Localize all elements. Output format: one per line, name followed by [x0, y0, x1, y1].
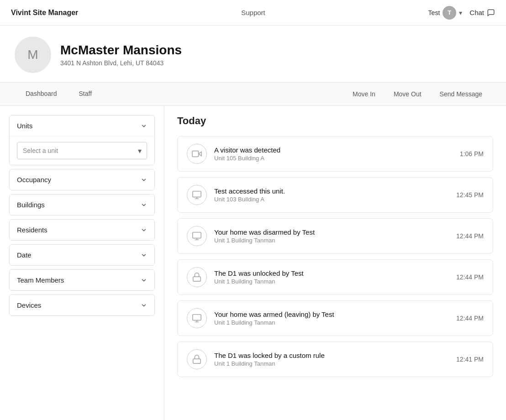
- event-subtitle: Unit 103 Building A: [214, 196, 449, 203]
- filter-team-members: Team Members: [9, 269, 155, 291]
- lock-icon: [187, 267, 207, 287]
- event-card: The D1 was locked by a custom rule Unit …: [177, 341, 493, 377]
- event-subtitle: Unit 1 Building Tanman: [214, 237, 449, 244]
- filter-date: Date: [9, 244, 155, 266]
- unit-select[interactable]: Select a unit: [17, 142, 147, 159]
- svg-rect-1: [192, 151, 199, 157]
- event-card: Test accessed this unit. Unit 103 Buildi…: [177, 177, 493, 213]
- event-title: Test accessed this unit.: [214, 187, 449, 195]
- filter-date-label: Date: [17, 251, 32, 259]
- filter-team-members-chevron-icon: [141, 277, 147, 284]
- move-in-button[interactable]: Move In: [343, 83, 385, 105]
- filter-devices: Devices: [9, 294, 155, 316]
- event-content: Your home was disarmed by Test Unit 1 Bu…: [214, 228, 449, 244]
- user-chevron-icon: ▾: [459, 9, 462, 16]
- svg-marker-0: [199, 152, 201, 156]
- chat-button[interactable]: Chat: [469, 9, 495, 17]
- event-title: The D1 was unlocked by Test: [214, 269, 449, 277]
- event-content: A visitor was detected Unit 105 Building…: [214, 146, 453, 162]
- filter-units-header[interactable]: Units: [10, 116, 154, 136]
- filter-residents-header[interactable]: Residents: [10, 220, 154, 240]
- main-content: Units Select a unit Occupancy: [0, 106, 506, 420]
- event-subtitle: Unit 1 Building Tanman: [214, 319, 449, 326]
- filter-buildings-header[interactable]: Buildings: [10, 194, 154, 215]
- sub-nav-right: Move In Move Out Send Message: [343, 83, 491, 105]
- filter-occupancy: Occupancy: [9, 169, 155, 190]
- lock-icon: [187, 349, 207, 369]
- filter-units-body: Select a unit: [10, 136, 154, 165]
- app-title: Vivint Site Manager: [11, 9, 78, 17]
- event-title: A visitor was detected: [214, 146, 453, 154]
- user-name: Test: [428, 9, 440, 16]
- user-menu[interactable]: Test T ▾: [428, 6, 463, 20]
- filter-buildings-label: Buildings: [17, 201, 45, 209]
- event-title: Your home was disarmed by Test: [214, 228, 449, 236]
- property-header: M McMaster Mansions 3401 N Ashton Blvd, …: [0, 26, 506, 82]
- event-card: The D1 was unlocked by Test Unit 1 Build…: [177, 259, 493, 295]
- event-card: Your home was disarmed by Test Unit 1 Bu…: [177, 218, 493, 254]
- sub-nav-left: Dashboard Staff: [15, 83, 103, 105]
- chat-label: Chat: [469, 9, 484, 16]
- send-message-button[interactable]: Send Message: [431, 83, 491, 105]
- chat-icon: [487, 9, 495, 17]
- user-avatar: T: [443, 6, 456, 20]
- event-content: Your home was armed (leaving) by Test Un…: [214, 310, 449, 326]
- panel-icon: [187, 308, 207, 328]
- svg-rect-5: [193, 232, 201, 238]
- sidebar: Units Select a unit Occupancy: [0, 106, 164, 420]
- event-title: The D1 was locked by a custom rule: [214, 352, 449, 359]
- filter-occupancy-chevron-icon: [141, 177, 147, 183]
- filter-residents-label: Residents: [17, 226, 47, 234]
- camera-icon: [187, 144, 207, 164]
- property-address: 3401 N Ashton Blvd, Lehi, UT 84043: [60, 59, 182, 67]
- property-info: McMaster Mansions 3401 N Ashton Blvd, Le…: [60, 43, 182, 67]
- panel-icon: [187, 185, 207, 205]
- activity-feed: Today A visitor was detected Unit 105 Bu…: [164, 106, 506, 420]
- svg-rect-9: [193, 315, 201, 320]
- filter-residents-chevron-icon: [141, 227, 147, 233]
- feed-title: Today: [177, 115, 493, 127]
- filter-team-members-label: Team Members: [17, 276, 64, 284]
- panel-icon: [187, 226, 207, 246]
- event-time: 12:45 PM: [456, 191, 484, 199]
- filter-occupancy-label: Occupancy: [17, 176, 51, 184]
- sub-navigation: Dashboard Staff Move In Move Out Send Me…: [0, 82, 506, 106]
- property-avatar: M: [15, 37, 51, 73]
- event-content: Test accessed this unit. Unit 103 Buildi…: [214, 187, 449, 203]
- event-subtitle: Unit 1 Building Tanman: [214, 278, 449, 285]
- top-navigation: Vivint Site Manager Support Test T ▾ Cha…: [0, 0, 506, 26]
- move-out-button[interactable]: Move Out: [385, 83, 431, 105]
- event-content: The D1 was locked by a custom rule Unit …: [214, 352, 449, 367]
- filter-date-chevron-icon: [141, 252, 147, 258]
- filter-units-chevron-icon: [141, 123, 147, 129]
- filter-devices-label: Devices: [17, 301, 41, 309]
- filter-date-header[interactable]: Date: [10, 245, 154, 265]
- filter-buildings-chevron-icon: [141, 202, 147, 208]
- support-link[interactable]: Support: [241, 9, 265, 16]
- event-subtitle: Unit 105 Building A: [214, 155, 453, 162]
- event-title: Your home was armed (leaving) by Test: [214, 310, 449, 318]
- property-name: McMaster Mansions: [60, 43, 182, 58]
- svg-rect-8: [193, 277, 201, 281]
- sub-nav-dashboard[interactable]: Dashboard: [15, 83, 68, 105]
- event-time: 12:44 PM: [456, 232, 484, 240]
- event-card: Your home was armed (leaving) by Test Un…: [177, 300, 493, 336]
- filter-team-members-header[interactable]: Team Members: [10, 270, 154, 290]
- event-content: The D1 was unlocked by Test Unit 1 Build…: [214, 269, 449, 285]
- sub-nav-staff[interactable]: Staff: [68, 83, 103, 105]
- filter-devices-header[interactable]: Devices: [10, 295, 154, 315]
- event-subtitle: Unit 1 Building Tanman: [214, 360, 449, 367]
- event-time: 12:44 PM: [456, 273, 484, 281]
- filter-occupancy-header[interactable]: Occupancy: [10, 169, 154, 190]
- filter-residents: Residents: [9, 219, 155, 241]
- event-time: 12:41 PM: [456, 356, 484, 363]
- filter-units-label: Units: [17, 122, 32, 130]
- event-time: 12:44 PM: [456, 315, 484, 322]
- unit-select-wrapper: Select a unit: [17, 142, 147, 159]
- event-time: 1:06 PM: [460, 150, 484, 158]
- event-card: A visitor was detected Unit 105 Building…: [177, 136, 493, 172]
- filter-buildings: Buildings: [9, 194, 155, 215]
- svg-rect-2: [193, 191, 201, 197]
- svg-rect-12: [193, 359, 201, 363]
- filter-units: Units Select a unit: [9, 115, 155, 165]
